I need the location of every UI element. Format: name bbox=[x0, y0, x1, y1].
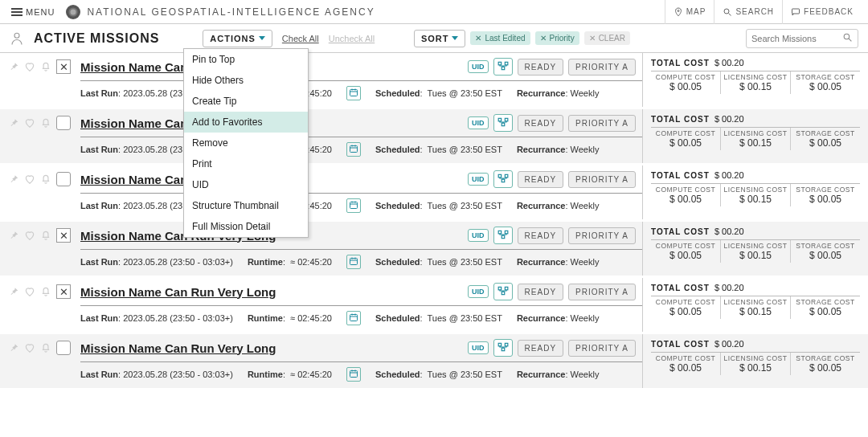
check-all-link[interactable]: Check All bbox=[282, 34, 319, 43]
priority-badge[interactable]: PRIORITY A bbox=[568, 59, 636, 76]
uid-button[interactable]: UID bbox=[468, 285, 489, 298]
calendar-icon[interactable] bbox=[346, 198, 361, 213]
search-button[interactable]: SEARCH bbox=[714, 0, 782, 24]
pin-icon[interactable] bbox=[8, 230, 19, 243]
row-checkbox[interactable] bbox=[56, 341, 71, 355]
feedback-button[interactable]: FEEDBACK bbox=[782, 0, 862, 24]
calendar-icon[interactable] bbox=[346, 367, 361, 382]
heart-icon[interactable] bbox=[24, 286, 35, 300]
close-row-button[interactable]: ✕ bbox=[56, 59, 71, 74]
uncheck-all-link[interactable]: Uncheck All bbox=[329, 34, 375, 43]
structure-button[interactable] bbox=[493, 283, 513, 300]
sort-chip-last-edited[interactable]: ✕Last Edited bbox=[470, 31, 530, 45]
heart-icon[interactable] bbox=[24, 342, 35, 356]
priority-badge[interactable]: PRIORITY A bbox=[568, 284, 636, 300]
svg-rect-16 bbox=[498, 118, 502, 121]
row-checkbox[interactable] bbox=[56, 116, 71, 130]
svg-rect-11 bbox=[502, 67, 505, 70]
calendar-icon[interactable] bbox=[346, 311, 361, 325]
dropdown-item[interactable]: UID bbox=[184, 174, 308, 195]
ready-badge[interactable]: READY bbox=[518, 227, 563, 244]
close-icon: ✕ bbox=[589, 34, 596, 43]
ready-badge[interactable]: READY bbox=[518, 340, 563, 357]
sort-button[interactable]: SORT bbox=[414, 30, 466, 47]
bell-icon[interactable] bbox=[40, 230, 51, 243]
dropdown-item[interactable]: Hide Others bbox=[184, 70, 308, 91]
ready-badge[interactable]: READY bbox=[518, 171, 563, 188]
row-quick-icons bbox=[8, 117, 51, 131]
pin-icon[interactable] bbox=[8, 342, 19, 356]
structure-button[interactable] bbox=[493, 58, 513, 76]
structure-button[interactable] bbox=[493, 339, 513, 357]
sort-chip-clear[interactable]: ✕CLEAR bbox=[584, 31, 630, 45]
map-button[interactable]: MAP bbox=[665, 0, 714, 24]
mission-name-link[interactable]: Mission Name Can Run Very Long bbox=[80, 341, 276, 355]
svg-rect-24 bbox=[505, 174, 508, 178]
heart-icon[interactable] bbox=[24, 117, 35, 131]
uid-button[interactable]: UID bbox=[468, 60, 489, 73]
priority-badge[interactable]: PRIORITY A bbox=[568, 340, 636, 357]
agency-logo-icon bbox=[66, 5, 80, 19]
row-checkbox[interactable] bbox=[56, 172, 71, 186]
uid-button[interactable]: UID bbox=[468, 341, 489, 354]
svg-rect-23 bbox=[498, 174, 502, 178]
bell-icon[interactable] bbox=[40, 117, 51, 131]
calendar-icon[interactable] bbox=[346, 86, 361, 100]
row-quick-icons bbox=[8, 342, 51, 356]
structure-button[interactable] bbox=[493, 227, 513, 244]
uid-button[interactable]: UID bbox=[468, 229, 489, 242]
dropdown-item[interactable]: Create Tip bbox=[184, 91, 308, 112]
heart-icon[interactable] bbox=[24, 61, 35, 75]
dropdown-item[interactable]: Full Mission Detail bbox=[184, 216, 308, 237]
heart-icon[interactable] bbox=[24, 174, 35, 187]
bell-icon[interactable] bbox=[40, 174, 51, 187]
uid-button[interactable]: UID bbox=[468, 173, 489, 186]
cost-column: TOTAL COST $ 00.20 COMPUTE COST$ 00.05 L… bbox=[643, 165, 868, 219]
heart-icon[interactable] bbox=[24, 230, 35, 243]
close-icon: ✕ bbox=[59, 286, 68, 298]
priority-badge[interactable]: PRIORITY A bbox=[568, 171, 636, 188]
ready-badge[interactable]: READY bbox=[518, 284, 563, 300]
structure-button[interactable] bbox=[493, 170, 513, 188]
search-icon bbox=[842, 32, 853, 45]
dropdown-item[interactable]: Print bbox=[184, 153, 308, 174]
dropdown-item[interactable]: Remove bbox=[184, 133, 308, 153]
mission-detail-row: Last Run: 2023.05.28 (23:50 - 03:03+) Ru… bbox=[80, 255, 642, 269]
svg-rect-12 bbox=[350, 90, 357, 96]
svg-rect-40 bbox=[350, 315, 357, 321]
bell-icon[interactable] bbox=[40, 342, 51, 356]
close-icon: ✕ bbox=[475, 34, 481, 43]
ready-badge[interactable]: READY bbox=[518, 115, 563, 132]
uid-button[interactable]: UID bbox=[468, 116, 489, 129]
search-missions-box[interactable] bbox=[746, 29, 858, 48]
close-row-button[interactable]: ✕ bbox=[56, 284, 71, 299]
dropdown-item[interactable]: Structure Thumbnail bbox=[184, 195, 308, 216]
close-icon: ✕ bbox=[59, 61, 68, 73]
priority-badge[interactable]: PRIORITY A bbox=[568, 115, 636, 132]
dropdown-item[interactable]: Pin to Top bbox=[184, 49, 308, 70]
pin-icon[interactable] bbox=[8, 286, 19, 300]
structure-button[interactable] bbox=[493, 114, 513, 132]
svg-rect-46 bbox=[502, 348, 505, 351]
calendar-icon[interactable] bbox=[346, 142, 361, 157]
close-row-button[interactable]: ✕ bbox=[56, 228, 71, 243]
pin-icon[interactable] bbox=[8, 61, 19, 75]
menu-button[interactable]: MENU bbox=[6, 4, 59, 20]
calendar-icon[interactable] bbox=[346, 255, 361, 269]
pin-icon[interactable] bbox=[8, 174, 19, 187]
bell-icon[interactable] bbox=[40, 61, 51, 75]
ready-badge[interactable]: READY bbox=[518, 59, 563, 76]
toolbar: ACTIVE MISSIONS ACTIONS Check All Unchec… bbox=[0, 24, 868, 53]
svg-line-4 bbox=[729, 13, 731, 15]
actions-button[interactable]: ACTIONS bbox=[203, 30, 272, 47]
pin-icon[interactable] bbox=[8, 117, 19, 131]
search-icon bbox=[723, 7, 732, 17]
sort-chip-priority[interactable]: ✕Priority bbox=[535, 31, 579, 45]
svg-rect-30 bbox=[498, 231, 502, 234]
search-missions-input[interactable] bbox=[751, 34, 842, 43]
bell-icon[interactable] bbox=[40, 286, 51, 300]
mission-name-link[interactable]: Mission Name Can Run Very Long bbox=[80, 285, 276, 299]
dropdown-item[interactable]: Add to Favorites bbox=[184, 112, 308, 133]
priority-badge[interactable]: PRIORITY A bbox=[568, 227, 636, 244]
mission-row: Mission Name Can Run Very Long UID READY… bbox=[0, 165, 868, 222]
